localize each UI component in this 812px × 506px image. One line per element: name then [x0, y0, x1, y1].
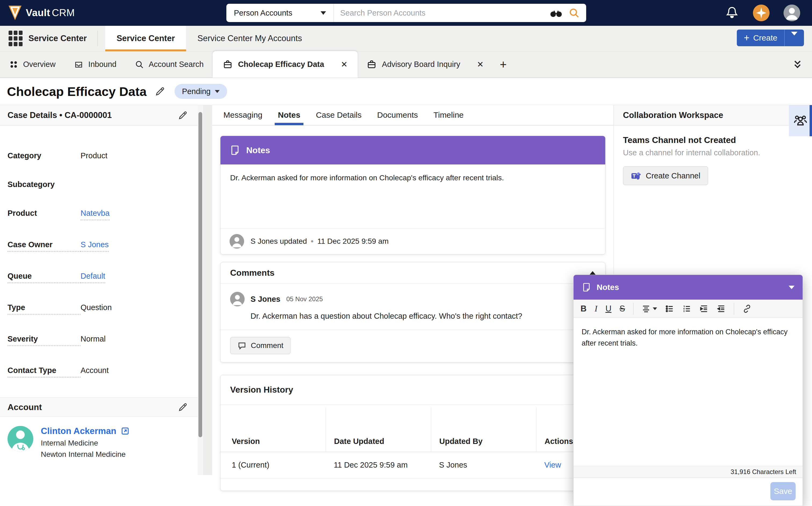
- underline-icon[interactable]: U: [606, 304, 611, 314]
- version-history-title: Version History: [220, 375, 605, 405]
- search-input[interactable]: [334, 4, 550, 22]
- app-launcher-icon[interactable]: [9, 31, 22, 46]
- comment-date: 05 Nov 2025: [286, 295, 323, 303]
- tab-messaging[interactable]: Messaging: [223, 105, 262, 125]
- tab-timeline[interactable]: Timeline: [433, 105, 464, 125]
- notes-editor-panel: Notes B I U S: [573, 275, 803, 506]
- case-briefcase-icon: [223, 60, 232, 69]
- app-tab-service-center-my-accounts[interactable]: Service Center My Accounts: [186, 26, 313, 51]
- create-button-label: Create: [753, 33, 777, 43]
- dot-separator: •: [311, 237, 314, 246]
- tab-cholecap-efficacy-data[interactable]: Cholecap Efficacy Data ✕: [213, 51, 358, 78]
- tab-advisory-board-inquiry[interactable]: Advisory Board Inquiry ✕: [358, 51, 493, 78]
- chevron-down-icon: [791, 32, 798, 40]
- top-nav-bar: VaultCRM Person Accounts: [0, 0, 812, 26]
- brand-text: VaultCRM: [26, 7, 75, 18]
- create-dropdown-toggle[interactable]: [785, 35, 804, 40]
- grid-dots-icon: [9, 60, 18, 69]
- sparkle-icon[interactable]: [753, 5, 770, 21]
- cell-date-updated: 11 Dec 2025 9:59 am: [326, 452, 431, 478]
- italic-icon[interactable]: I: [595, 304, 597, 314]
- edit-title-pencil-icon[interactable]: [155, 86, 166, 97]
- bold-icon[interactable]: B: [581, 304, 587, 314]
- create-channel-button[interactable]: Create Channel: [623, 166, 708, 185]
- double-chevron-down-icon[interactable]: [792, 58, 803, 70]
- create-button[interactable]: + Create: [737, 29, 804, 46]
- vault-crm-logo[interactable]: VaultCRM: [8, 5, 75, 21]
- chevron-down-icon: [653, 308, 657, 310]
- column-header-version: Version: [220, 407, 326, 452]
- outdent-icon[interactable]: [700, 304, 709, 313]
- column-header-updated-by: Updated By: [431, 407, 536, 452]
- queue-link[interactable]: Default: [81, 272, 105, 283]
- close-icon[interactable]: ✕: [341, 60, 347, 69]
- comment-button[interactable]: Comment: [230, 337, 291, 354]
- field-type: Type Question: [7, 303, 192, 315]
- collaboration-rail-tab[interactable]: [789, 105, 812, 136]
- case-fields-list: Category Product Subcategory Product Nat…: [0, 125, 203, 377]
- notes-editor-header[interactable]: Notes: [574, 275, 803, 300]
- case-owner-link[interactable]: S Jones: [81, 240, 109, 252]
- search-icon: [135, 60, 144, 69]
- case-main-content: Messaging Notes Case Details Documents T…: [212, 105, 614, 506]
- product-link[interactable]: Natevba: [81, 209, 110, 220]
- user-avatar[interactable]: [784, 5, 800, 21]
- numbered-list-icon[interactable]: [682, 304, 691, 313]
- collapse-chevron-up-icon[interactable]: [590, 271, 596, 275]
- search-scope-select[interactable]: Person Accounts: [226, 4, 334, 22]
- search-icon[interactable]: [569, 7, 580, 18]
- field-label: Type: [7, 303, 81, 315]
- edit-case-pencil-icon[interactable]: [178, 110, 188, 120]
- tab-account-search[interactable]: Account Search: [126, 51, 213, 78]
- align-icon[interactable]: [641, 304, 657, 313]
- strikethrough-icon[interactable]: S: [619, 304, 625, 314]
- external-link-icon[interactable]: [121, 426, 130, 436]
- tab-notes[interactable]: Notes: [278, 105, 300, 125]
- updated-date: 11 Dec 2025 9:59 am: [317, 237, 389, 246]
- teams-channel-subtext: Use a channel for internal collaboration…: [623, 148, 812, 157]
- top-nav-actions: [725, 0, 812, 26]
- tab-inbound[interactable]: Inbound: [65, 51, 126, 78]
- tab-documents[interactable]: Documents: [377, 105, 418, 125]
- app-name-label: Service Center: [28, 33, 87, 43]
- binoculars-icon[interactable]: [550, 7, 563, 18]
- teams-channel-status: Teams Channel not Created: [623, 135, 812, 145]
- close-icon[interactable]: ✕: [477, 60, 484, 69]
- collaboration-title: Collaboration Workspace: [623, 110, 723, 120]
- characters-left-bar: 31,916 Characters Left: [574, 466, 803, 478]
- cell-updated-by: S Jones: [431, 452, 536, 478]
- comment-button-label: Comment: [251, 341, 283, 350]
- account-specialty: Internal Medicine: [41, 439, 130, 447]
- new-tab-plus-icon[interactable]: +: [493, 58, 514, 71]
- doctor-avatar: [7, 426, 33, 452]
- version-history-header-row: Version Date Updated Updated By Actions: [220, 407, 605, 452]
- field-label: Mobile Phone: [7, 474, 81, 475]
- panel-gutter: [203, 105, 212, 475]
- notes-editor-textarea[interactable]: Dr. Ackerman asked for more information …: [574, 318, 803, 466]
- save-button[interactable]: Save: [771, 482, 796, 500]
- account-name-link[interactable]: Clinton Ackerman: [41, 426, 116, 436]
- case-details-panel: Case Details • CA-0000001 Category Produ…: [0, 105, 203, 475]
- link-icon[interactable]: [742, 304, 752, 314]
- notes-card-body[interactable]: Dr. Ackerman asked for more information …: [220, 164, 605, 229]
- cell-version: 1 (Current): [220, 452, 326, 478]
- comments-card: Comments S Jones 05 Nov 2025 Dr. Ackerma…: [220, 262, 606, 362]
- bullet-list-icon[interactable]: [665, 304, 674, 313]
- field-contact-type: Contact Type Account: [7, 366, 192, 377]
- app-tab-service-center[interactable]: Service Center: [105, 26, 186, 51]
- tab-case-details[interactable]: Case Details: [316, 105, 362, 125]
- page-title: Cholecap Efficacy Data: [7, 84, 146, 99]
- comments-title: Comments: [230, 268, 275, 278]
- version-history-card: Version History Version Date Updated Upd…: [220, 375, 606, 491]
- search-scope-label: Person Accounts: [234, 9, 292, 17]
- indent-icon[interactable]: [717, 304, 726, 313]
- bell-icon[interactable]: [725, 6, 739, 20]
- comment-button-row: Comment: [220, 330, 605, 362]
- edit-account-pencil-icon[interactable]: [178, 402, 188, 412]
- note-icon: [229, 145, 240, 156]
- collapse-chevron-down-icon[interactable]: [789, 286, 795, 289]
- scrollbar-thumb[interactable]: [198, 112, 202, 437]
- divider: [633, 303, 633, 315]
- status-dropdown[interactable]: Pending: [175, 84, 227, 99]
- tab-overview[interactable]: Overview: [0, 51, 65, 78]
